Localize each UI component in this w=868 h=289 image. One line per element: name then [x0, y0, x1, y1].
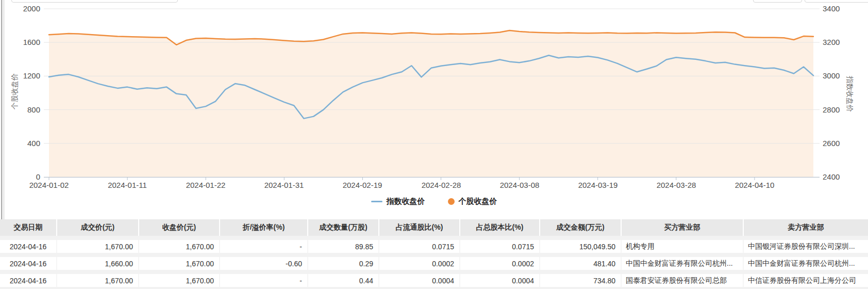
right-axis-tick-label: 3200: [823, 38, 840, 47]
left-axis-tick-label: 400: [7, 139, 40, 148]
table-row: 2024-04-161,660.001,670.00-0.600.290.000…: [0, 257, 868, 270]
x-axis-tick-label: 2024-01-11: [108, 181, 147, 189]
legend-item-1[interactable]: 个股收盘价: [448, 197, 497, 206]
table-cell: 150,049.50: [540, 240, 622, 253]
table-cell: 1,670.00: [139, 257, 220, 270]
column-header: 卖方营业部: [744, 219, 868, 236]
table-cell: 中国中金财富证券有限公司杭州...: [744, 257, 868, 270]
x-axis-tick-label: 2024-03-28: [657, 181, 696, 189]
row-separator: [0, 270, 868, 274]
legend-line-marker: [371, 201, 382, 202]
legend-label: 指数收盘价: [387, 197, 425, 206]
row-separator: [0, 236, 868, 240]
table-cell: -: [220, 240, 308, 253]
table-cell: 0.0004: [379, 274, 460, 287]
column-header: 折/溢价率(%): [220, 219, 308, 236]
table-cell: 2024-04-16: [0, 240, 57, 253]
table-cell: 734.80: [540, 274, 622, 287]
x-axis-tick-label: 2024-02-28: [422, 181, 461, 189]
table-row: 2024-04-161,670.001,670.00-89.850.07150.…: [0, 240, 868, 253]
left-axis-title: 个股收盘价: [10, 73, 20, 109]
table-cell: 中国中金财富证券有限公司杭州...: [622, 257, 744, 270]
right-axis-tick-label: 2400: [823, 172, 840, 182]
table-cell: 89.85: [308, 240, 379, 253]
table-cell: 2024-04-16: [0, 274, 57, 287]
right-axis-tick-label: 2600: [823, 139, 840, 148]
table-cell: 1,660.00: [57, 257, 139, 270]
x-axis-tick-label: 2024-01-31: [264, 181, 304, 189]
chart-legend: 指数收盘价个股收盘价: [0, 197, 868, 206]
column-header: 占总股本比(%): [460, 219, 540, 236]
table-cell: 1,670.00: [139, 240, 220, 253]
right-axis-tick-label: 3400: [823, 4, 840, 13]
table-cell: 0.29: [308, 257, 379, 270]
right-axis-title: 指数收盘价: [845, 76, 854, 112]
row-separator: [0, 287, 868, 289]
column-header: 交易日期: [0, 219, 57, 236]
x-axis-tick-label: 2024-03-08: [500, 181, 540, 189]
table-cell: -0.60: [220, 257, 308, 270]
column-header: 收盘价(元): [139, 219, 220, 236]
legend-circle-marker: [448, 198, 455, 205]
left-axis-tick-label: 2000: [7, 4, 40, 13]
table-row: 2024-04-161,670.001,670.00-0.440.00040.0…: [0, 274, 868, 287]
table-cell: 中信证券股份有限公司上海分公司: [744, 274, 868, 287]
legend-item-0[interactable]: 指数收盘价: [371, 197, 425, 206]
table-cell: 中国银河证券股份有限公司深圳...: [744, 240, 868, 253]
x-axis-tick-label: 2024-01-22: [186, 181, 226, 189]
table-cell: 0.44: [308, 274, 379, 287]
price-index-chart: 2000160012008004000340032003000280026002…: [0, 0, 868, 208]
right-axis-tick-label: 2800: [823, 105, 840, 115]
legend-label: 个股收盘价: [459, 197, 497, 206]
column-header: 成交价(元): [57, 219, 139, 236]
block-trade-page: 2000160012008004000340032003000280026002…: [0, 0, 868, 289]
table-cell: 机构专用: [622, 240, 744, 253]
table-cell: 1,670.00: [57, 274, 139, 287]
column-header: 买方营业部: [622, 219, 744, 236]
area-fill: [49, 30, 813, 177]
table-cell: 国泰君安证券股份有限公司总部: [622, 274, 744, 287]
table-cell: 1,670.00: [57, 240, 139, 253]
x-axis-tick-label: 2024-03-19: [578, 181, 618, 189]
table-cell: 0.0715: [379, 240, 460, 253]
table-cell: 0.0002: [379, 257, 460, 270]
table-cell: -: [220, 274, 308, 287]
x-axis-tick-label: 2024-04-10: [735, 181, 775, 189]
table-cell: 2024-04-16: [0, 257, 57, 270]
column-header: 成交金额(万元): [540, 219, 622, 236]
chart-plot-canvas[interactable]: [0, 0, 868, 208]
row-separator: [0, 253, 868, 257]
column-header: 占流通股比(%): [379, 219, 460, 236]
block-trades-table: 交易日期成交价(元)收盘价(元)折/溢价率(%)成交数量(万股)占流通股比(%)…: [0, 219, 868, 289]
left-axis-tick-label: 1600: [7, 38, 40, 47]
table-cell: 481.40: [540, 257, 622, 270]
right-axis-tick-label: 3000: [823, 71, 840, 81]
column-header: 成交数量(万股): [308, 219, 379, 236]
table-cell: 1,670.00: [139, 274, 220, 287]
table-header-row: 交易日期成交价(元)收盘价(元)折/溢价率(%)成交数量(万股)占流通股比(%)…: [0, 219, 868, 236]
table-cell: 0.0004: [460, 274, 540, 287]
x-axis-tick-label: 2024-01-02: [29, 181, 69, 189]
table-cell: 0.0002: [460, 257, 540, 270]
x-axis-tick-label: 2024-02-19: [343, 181, 382, 189]
table-cell: 0.0715: [460, 240, 540, 253]
